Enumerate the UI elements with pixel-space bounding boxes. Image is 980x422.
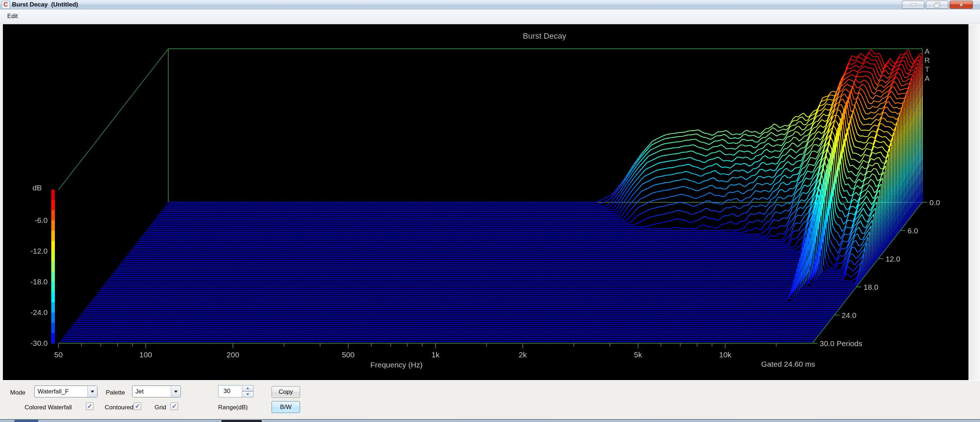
range-db-value: 30	[224, 388, 231, 395]
watermark-letter: A	[924, 75, 930, 82]
taskbar-segment	[14, 420, 38, 422]
db-tick-label: -12.0	[30, 247, 48, 255]
down-arrow-icon	[246, 393, 249, 395]
period-tick-label: 18.0	[864, 283, 878, 291]
mode-combobox-value: Waterfall_F	[35, 388, 88, 395]
close-button[interactable]: ×	[950, 1, 973, 9]
contoured-label: Contoured	[105, 404, 133, 411]
gated-time-label: Gated 24.60 ms	[761, 360, 815, 368]
freq-tick-label: 2k	[519, 350, 527, 359]
restore-icon	[935, 3, 940, 6]
freq-tick-label: 10k	[719, 350, 732, 359]
freq-tick-label: 50	[54, 350, 62, 359]
copy-button-label: Copy	[279, 389, 293, 396]
db-tick-label: -18.0	[30, 277, 48, 286]
freq-tick-label: 5k	[634, 350, 642, 359]
range-db-label: Range(dB)	[218, 404, 248, 411]
db-axis-unit-label: dB	[32, 183, 42, 192]
control-panel: Mode Waterfall_F Palette Jet 30 Range(dB…	[0, 380, 980, 420]
grid-label: Grid	[154, 404, 166, 411]
window-buttons: ×	[902, 1, 973, 9]
period-tick-label: 30.0 Periods	[820, 339, 862, 348]
app-icon: C	[2, 1, 10, 9]
up-arrow-icon	[246, 387, 249, 389]
minimize-icon	[910, 3, 916, 6]
db-tick-label: -6.0	[35, 216, 48, 225]
period-tick-label: 0.0	[929, 198, 940, 207]
taskbar-edge	[0, 419, 980, 422]
restore-button[interactable]	[926, 1, 948, 9]
chevron-down-icon[interactable]	[88, 386, 97, 397]
window-title: Burst Decay (Untitled)	[12, 1, 78, 8]
db-tick-label: -24.0	[30, 308, 48, 317]
palette-combobox[interactable]: Jet	[132, 385, 181, 397]
colored-waterfall-checkbox[interactable]: ✓	[86, 403, 94, 410]
window-right-border	[969, 24, 980, 380]
range-spin-up-button[interactable]	[242, 385, 253, 391]
bw-button[interactable]: B/W	[272, 401, 300, 413]
period-tick-label: 6.0	[907, 226, 918, 235]
watermark-letter: A	[924, 47, 930, 55]
period-tick-label: 24.0	[842, 311, 856, 320]
range-spin-down-button[interactable]	[242, 391, 253, 397]
title-bar: C Burst Decay (Untitled) ×	[0, 0, 980, 10]
waterfall-canvas	[3, 24, 969, 380]
chevron-down-icon[interactable]	[171, 386, 181, 397]
period-tick-label: 12.0	[885, 255, 900, 263]
grid-checkbox[interactable]: ✓	[170, 403, 178, 410]
watermark-letter: R	[924, 56, 930, 64]
check-icon: ✓	[172, 404, 177, 409]
freq-tick-label: 200	[227, 350, 239, 359]
menu-item-edit[interactable]: Edit	[5, 12, 20, 21]
copy-button[interactable]: Copy	[272, 386, 300, 398]
arta-burst-decay-window: C Burst Decay (Untitled) × Edit 50100200…	[0, 0, 980, 422]
arta-watermark: A R T A	[924, 47, 930, 82]
mode-label: Mode	[10, 389, 25, 397]
contoured-checkbox[interactable]: ✓	[134, 403, 141, 410]
minimize-button[interactable]	[902, 1, 924, 9]
freq-tick-label: 1k	[431, 350, 439, 359]
close-icon: ×	[959, 2, 963, 8]
check-icon: ✓	[135, 404, 140, 409]
bw-button-label: B/W	[280, 404, 291, 411]
menu-bar: Edit	[0, 10, 980, 24]
freq-tick-label: 100	[139, 350, 152, 359]
watermark-letter: T	[924, 65, 930, 73]
check-icon: ✓	[87, 404, 92, 409]
db-tick-label: -30.0	[30, 339, 48, 347]
palette-combobox-value: Jet	[132, 388, 171, 395]
taskbar-button[interactable]	[221, 419, 262, 422]
plot-title: Burst Decay	[523, 32, 566, 41]
colored-waterfall-label: Colored Waterfall	[25, 404, 72, 411]
freq-tick-label: 500	[342, 350, 355, 359]
burst-decay-plot: 501002005001k2k5k10k-6.0-12.0-18.0-24.0-…	[3, 24, 969, 380]
frequency-axis-label: Frequency (Hz)	[371, 361, 423, 369]
mode-combobox[interactable]: Waterfall_F	[34, 385, 97, 397]
palette-label: Palette	[106, 389, 125, 397]
